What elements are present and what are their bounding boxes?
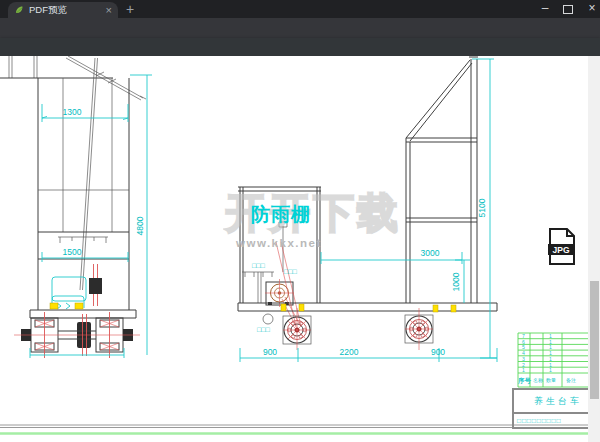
- part-label-b: □□□: [284, 268, 297, 275]
- part-label-c: □□□: [257, 326, 270, 333]
- dim-2200: 2200: [340, 347, 359, 357]
- site-watermark-url: www.kkx.net: [236, 237, 322, 249]
- browser-window: PDF预览 × + – × ← → ↻ ⌂ localhost:8012/onl…: [0, 0, 600, 442]
- window-minimize-button[interactable]: –: [538, 1, 552, 15]
- part-label-a: □□□: [252, 262, 265, 269]
- drawing-label-text: 防雨棚: [251, 202, 311, 228]
- dim-3000: 3000: [421, 248, 440, 258]
- front-view: [0, 56, 146, 358]
- drawing-title: 养生台车: [534, 396, 582, 406]
- pdf-toolbar: ▲ ▼ 1 / 1 − + 40% ▾ »: [0, 38, 600, 56]
- pdf-page-canvas: 1300 1500 4800 3000 1000 5100 900 2200 9…: [0, 56, 600, 442]
- header-no: 序号: [517, 377, 532, 385]
- title-block: 7 6 5 4 3 2 1 1 1 1 1 1 1 1 序号 名称 数量 备注: [513, 333, 600, 428]
- dim-900-left: 900: [263, 347, 277, 357]
- svg-text:1: 1: [522, 367, 525, 373]
- header-note: 备注: [566, 377, 576, 383]
- jpg-label: JPG: [552, 245, 569, 255]
- new-tab-button[interactable]: +: [126, 1, 134, 17]
- dim-4800: 4800: [135, 216, 145, 235]
- window-close-button[interactable]: ×: [585, 1, 599, 15]
- svg-text:1: 1: [549, 367, 552, 373]
- ground-lines: [0, 425, 600, 434]
- dim-1000: 1000: [451, 272, 461, 291]
- address-bar: ← → ↻ ⌂ localhost:8012/onlinePreview?url…: [0, 18, 600, 38]
- drawing-subtitle: □□□□□□□□□: [517, 417, 561, 424]
- header-name: 名称: [533, 377, 543, 383]
- header-qty: 数量: [546, 377, 556, 383]
- dim-1500: 1500: [63, 247, 82, 257]
- cad-drawing: 1300 1500 4800 3000 1000 5100 900 2200 9…: [0, 56, 600, 442]
- tab-pdf-preview[interactable]: PDF预览 ×: [8, 2, 118, 18]
- jpg-export-button[interactable]: JPG: [547, 228, 577, 266]
- tab-strip: PDF预览 × + – ×: [0, 0, 600, 18]
- scrollbar-thumb[interactable]: [590, 281, 599, 399]
- window-maximize-button[interactable]: [563, 5, 573, 14]
- tab-close-icon[interactable]: ×: [106, 5, 112, 16]
- leaf-favicon-icon: [14, 5, 24, 15]
- dim-1300: 1300: [63, 107, 82, 117]
- tab-title: PDF预览: [29, 4, 106, 17]
- scrollbar-track[interactable]: [588, 56, 600, 442]
- dim-900-right: 900: [431, 347, 445, 357]
- dim-5100: 5100: [477, 198, 487, 217]
- jpg-file-icon: JPG: [547, 228, 577, 266]
